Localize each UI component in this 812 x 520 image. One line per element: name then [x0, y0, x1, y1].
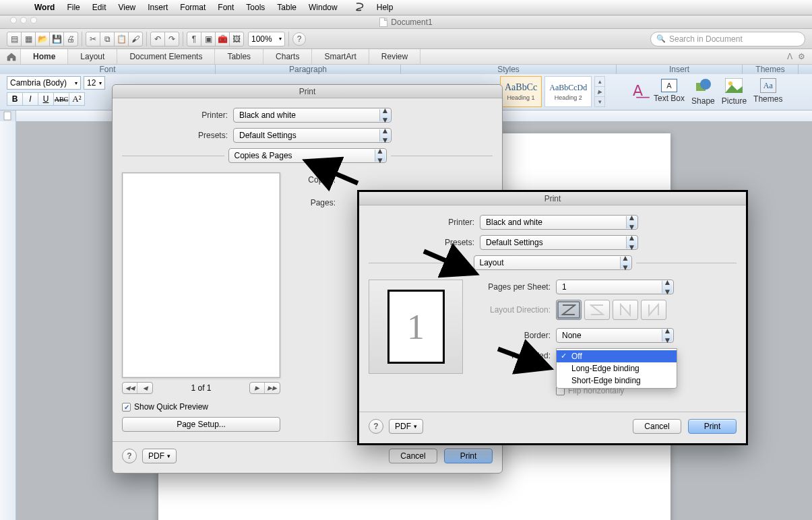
menu-view[interactable]: View — [112, 3, 142, 12]
underline-button[interactable]: U — [38, 92, 54, 106]
search-input[interactable]: 🔍 Search in Document — [650, 32, 805, 46]
menu-edit[interactable]: Edit — [86, 3, 113, 12]
print-dialog-2: Print Printer: Black and white▲▼ Presets… — [357, 190, 748, 445]
menu-font[interactable]: Font — [212, 3, 240, 12]
dlg2-presets-select[interactable]: Default Settings▲▼ — [480, 235, 638, 250]
insert-textbox[interactable]: AText Box — [654, 79, 685, 103]
templates-icon[interactable]: ▦ — [21, 32, 36, 46]
cut-icon[interactable]: ✂ — [86, 32, 100, 46]
layout-dir-n[interactable] — [613, 300, 638, 320]
dlg1-next-buttons[interactable]: ▶▶▶ — [249, 382, 280, 394]
dlg1-help-button[interactable]: ? — [122, 449, 137, 463]
window-traffic-lights[interactable] — [10, 17, 37, 24]
menu-window[interactable]: Window — [303, 3, 344, 12]
help-icon[interactable]: ? — [292, 32, 306, 46]
script-menu-icon[interactable] — [349, 2, 371, 13]
themes-button[interactable]: AaThemes — [753, 78, 782, 104]
menu-table[interactable]: Table — [271, 3, 303, 12]
twosided-opt-long[interactable]: Long-Edge binding — [557, 362, 677, 375]
tab-doc-elements[interactable]: Document Elements — [117, 49, 215, 64]
gallery-icon[interactable]: 🖼 — [229, 32, 244, 46]
font-name-select[interactable]: Cambria (Body)▾ — [7, 76, 81, 90]
layout-dir-s[interactable] — [584, 300, 610, 320]
dlg1-presets-label: Presets: — [122, 131, 233, 140]
paste-icon[interactable]: 📋 — [114, 32, 129, 46]
group-label-insert: Insert — [617, 65, 743, 74]
ribbon-options-icon[interactable]: ⚙ — [798, 52, 805, 61]
format-painter-icon[interactable]: 🖌 — [128, 32, 143, 46]
styles-pane-icon[interactable]: A͟ — [628, 82, 647, 100]
menu-help[interactable]: Help — [371, 3, 400, 12]
strike-button[interactable]: ABC — [53, 92, 69, 106]
tab-home[interactable]: Home — [20, 49, 68, 64]
dlg1-printer-select[interactable]: Black and white▲▼ — [233, 108, 392, 123]
dlg2-border-select[interactable]: None▲▼ — [556, 328, 674, 343]
document-title: Document1 — [391, 18, 432, 27]
print-icon[interactable]: 🖨 — [63, 32, 78, 46]
menu-app[interactable]: Word — [28, 3, 61, 12]
dlg2-printer-select[interactable]: Black and white▲▼ — [480, 215, 638, 230]
sidebar-icon[interactable]: ▣ — [201, 32, 216, 46]
dlg1-cancel-button[interactable]: Cancel — [389, 449, 437, 463]
menu-format[interactable]: Format — [174, 3, 212, 12]
font-size-select[interactable]: 12▾ — [84, 76, 105, 90]
insert-picture[interactable]: Picture — [722, 76, 747, 106]
ribbon-collapse-icon[interactable]: ᐱ — [787, 52, 792, 61]
layout-dir-n2[interactable] — [641, 300, 666, 320]
undo-icon[interactable]: ↶ — [150, 32, 165, 46]
dlg1-panel-select[interactable]: Copies & Pages▲▼ — [228, 148, 387, 163]
dlg2-twosided-menu[interactable]: Off Long-Edge binding Short-Edge binding — [556, 348, 677, 389]
toolbox-icon[interactable]: 🧰 — [215, 32, 230, 46]
open-icon[interactable]: 📂 — [35, 32, 50, 46]
dlg2-help-button[interactable]: ? — [369, 419, 383, 434]
tab-charts[interactable]: Charts — [263, 49, 312, 64]
dlg1-page-setup-button[interactable]: Page Setup... — [122, 417, 280, 432]
dlg2-pps-select[interactable]: 1▲▼ — [556, 280, 674, 294]
dlg1-pdf-button[interactable]: PDF — [142, 449, 177, 463]
dlg2-cancel-button[interactable]: Cancel — [633, 419, 681, 434]
menu-file[interactable]: File — [61, 3, 86, 12]
dlg2-pps-label: Pages per Sheet: — [475, 282, 556, 292]
super-button[interactable]: A² — [69, 92, 85, 106]
italic-button[interactable]: I — [22, 92, 38, 106]
style-heading2[interactable]: AaBbCcDd Heading 2 — [544, 76, 592, 107]
dlg1-printer-label: Printer: — [122, 110, 233, 120]
group-label-themes: Themes — [743, 65, 799, 74]
save-icon[interactable]: 💾 — [49, 32, 64, 46]
zoom-input[interactable]: 100%▾ — [248, 32, 285, 46]
insert-shape[interactable]: Shape — [691, 76, 715, 106]
menu-tools[interactable]: Tools — [240, 3, 271, 12]
show-marks-icon[interactable]: ¶ — [187, 32, 201, 46]
bold-button[interactable]: B — [7, 92, 23, 106]
dialog1-title: Print — [113, 85, 502, 98]
dlg2-panel-select[interactable]: Layout▲▼ — [474, 255, 632, 270]
home-icon — [7, 53, 16, 61]
style-gallery-scroll[interactable]: ▲▶▼ — [594, 76, 605, 107]
ribbon-groups-row: Font Paragraph Styles Insert Themes — [0, 65, 812, 74]
style-heading1[interactable]: AaBbCc Heading 1 — [500, 76, 542, 107]
copy-icon[interactable]: ⧉ — [100, 32, 115, 46]
tab-tables[interactable]: Tables — [215, 49, 263, 64]
new-doc-icon[interactable]: ▤ — [7, 32, 22, 46]
twosided-opt-short[interactable]: Short-Edge binding — [557, 375, 677, 387]
redo-icon[interactable]: ↷ — [164, 32, 179, 46]
dlg1-presets-select[interactable]: Default Settings▲▼ — [233, 128, 392, 143]
menu-insert[interactable]: Insert — [142, 3, 174, 12]
dlg2-printer-label: Printer: — [369, 218, 480, 227]
dlg1-print-button[interactable]: Print — [444, 449, 493, 463]
dlg1-show-quick-preview[interactable]: ✓Show Quick Preview — [122, 402, 280, 412]
layout-dir-z[interactable] — [556, 300, 582, 320]
svg-point-1 — [700, 79, 711, 90]
dlg2-twosided-label: Two-Sided: — [475, 351, 556, 360]
dlg2-print-button[interactable]: Print — [688, 419, 737, 434]
tab-smartart[interactable]: SmartArt — [312, 49, 369, 64]
dlg1-preview — [122, 172, 280, 378]
dlg2-pdf-button[interactable]: PDF — [389, 419, 423, 434]
tab-review[interactable]: Review — [369, 49, 420, 64]
twosided-opt-off[interactable]: Off — [557, 350, 677, 362]
dlg1-prev-buttons[interactable]: ◀◀◀ — [122, 382, 153, 394]
vertical-ruler[interactable] — [0, 121, 16, 520]
tab-layout[interactable]: Layout — [68, 49, 117, 64]
dlg1-pages-label: Pages: — [301, 198, 341, 207]
menu-bar: Word File Edit View Insert Format Font T… — [0, 0, 812, 15]
